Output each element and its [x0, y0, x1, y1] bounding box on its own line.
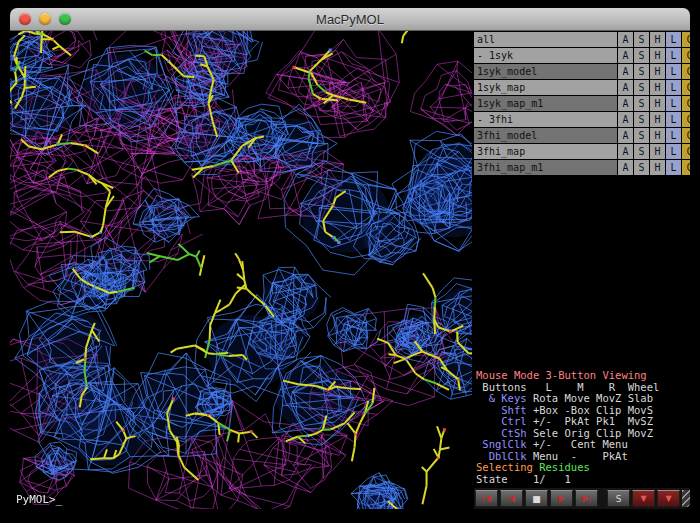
scene-button[interactable]: S: [607, 490, 630, 507]
object-button-c[interactable]: C: [682, 112, 690, 127]
object-button-a[interactable]: A: [618, 96, 633, 111]
object-name[interactable]: 3fhi_map_m1: [474, 160, 617, 175]
titlebar[interactable]: MacPyMOL: [10, 8, 690, 31]
object-name[interactable]: - 3fhi: [474, 112, 617, 127]
object-row: 1syk_map_m1ASHLC: [474, 96, 690, 111]
go-to-start-button[interactable]: |◀: [475, 490, 498, 507]
molecular-render[interactable]: [10, 31, 472, 509]
object-row: - 1sykASHLC: [474, 48, 690, 63]
object-list: allASHLC- 1sykASHLC1syk_modelASHLC1syk_m…: [474, 32, 690, 176]
object-button-l[interactable]: L: [666, 96, 681, 111]
resize-grip[interactable]: [682, 490, 690, 507]
object-row: - 3fhiASHLC: [474, 112, 690, 127]
close-button[interactable]: [19, 13, 31, 25]
mouse-panel-key: Mouse Mode: [476, 369, 539, 381]
step-back-button[interactable]: ◀: [500, 490, 523, 507]
object-button-h[interactable]: H: [650, 96, 665, 111]
mouse-panel-key: CtSh: [476, 427, 527, 439]
mouse-panel-key: Selecting: [476, 461, 533, 473]
object-button-a[interactable]: A: [618, 144, 633, 159]
mouse-panel-key: Buttons: [476, 381, 527, 393]
go-to-end-button[interactable]: ▶|: [575, 490, 598, 507]
sidebar-spacer: [474, 176, 690, 368]
object-button-s[interactable]: S: [634, 48, 649, 63]
object-row: 1syk_modelASHLC: [474, 64, 690, 79]
viewport-3d[interactable]: PyMOL>_: [10, 31, 472, 509]
object-button-c[interactable]: C: [682, 128, 690, 143]
object-name[interactable]: - 1syk: [474, 48, 617, 63]
mouse-panel-key: SnglClk: [476, 438, 527, 450]
object-button-l[interactable]: L: [666, 160, 681, 175]
object-button-h[interactable]: H: [650, 32, 665, 47]
object-button-s[interactable]: S: [634, 64, 649, 79]
object-button-l[interactable]: L: [666, 128, 681, 143]
object-button-h[interactable]: H: [650, 160, 665, 175]
zoom-button[interactable]: [59, 13, 71, 25]
object-button-h[interactable]: H: [650, 80, 665, 95]
mouse-panel-value: 1/ 1: [508, 473, 571, 485]
object-button-h[interactable]: H: [650, 128, 665, 143]
sidebar: allASHLC- 1sykASHLC1syk_modelASHLC1syk_m…: [472, 31, 690, 509]
object-button-a[interactable]: A: [618, 32, 633, 47]
next-scene-button[interactable]: ▼: [657, 490, 680, 507]
object-button-s[interactable]: S: [634, 32, 649, 47]
mouse-panel-value: +/- Cent Menu: [527, 438, 628, 450]
mouse-panel-key: Shft: [476, 404, 527, 416]
object-button-a[interactable]: A: [618, 48, 633, 63]
object-button-l[interactable]: L: [666, 32, 681, 47]
object-button-c[interactable]: C: [682, 48, 690, 63]
object-button-l[interactable]: L: [666, 144, 681, 159]
object-button-a[interactable]: A: [618, 112, 633, 127]
object-button-l[interactable]: L: [666, 48, 681, 63]
play-button[interactable]: ▶: [550, 490, 573, 507]
object-button-s[interactable]: S: [634, 112, 649, 127]
object-name[interactable]: 3fhi_model: [474, 128, 617, 143]
mouse-panel-key: & Keys: [476, 392, 527, 404]
object-button-l[interactable]: L: [666, 112, 681, 127]
object-button-c[interactable]: C: [682, 80, 690, 95]
object-button-l[interactable]: L: [666, 80, 681, 95]
mouse-panel-line: State 1/ 1: [476, 474, 690, 486]
stop-button[interactable]: ■: [525, 490, 548, 507]
command-prompt[interactable]: PyMOL>_: [16, 493, 62, 506]
object-button-a[interactable]: A: [618, 80, 633, 95]
object-button-c[interactable]: C: [682, 144, 690, 159]
object-button-c[interactable]: C: [682, 32, 690, 47]
object-name[interactable]: 3fhi_map: [474, 144, 617, 159]
macpymol-window: MacPyMOL PyMOL>_ allASHLC- 1sykASHLC1syk…: [10, 8, 690, 509]
object-button-c[interactable]: C: [682, 96, 690, 111]
object-name[interactable]: all: [474, 32, 617, 47]
object-button-h[interactable]: H: [650, 112, 665, 127]
object-button-h[interactable]: H: [650, 144, 665, 159]
object-button-c[interactable]: C: [682, 64, 690, 79]
object-name[interactable]: 1syk_map: [474, 80, 617, 95]
object-button-s[interactable]: S: [634, 144, 649, 159]
object-button-s[interactable]: S: [634, 96, 649, 111]
window-title: MacPyMOL: [316, 12, 384, 27]
desktop-background: MacPyMOL PyMOL>_ allASHLC- 1sykASHLC1syk…: [0, 0, 700, 523]
object-button-h[interactable]: H: [650, 48, 665, 63]
object-row: 3fhi_mapASHLC: [474, 144, 690, 159]
object-button-s[interactable]: S: [634, 80, 649, 95]
mouse-panel-key: DblClk: [476, 450, 527, 462]
prev-scene-button[interactable]: ▼: [632, 490, 655, 507]
vcr-controls: |◀◀■▶▶|S▼▼: [474, 488, 690, 509]
object-button-a[interactable]: A: [618, 64, 633, 79]
object-button-s[interactable]: S: [634, 128, 649, 143]
mouse-panel-value: Sele Orig Clip MovZ: [527, 427, 653, 439]
object-button-l[interactable]: L: [666, 64, 681, 79]
object-row: 1syk_mapASHLC: [474, 80, 690, 95]
object-button-c[interactable]: C: [682, 160, 690, 175]
object-name[interactable]: 1syk_map_m1: [474, 96, 617, 111]
mouse-mode-panel: Mouse Mode 3-Button Viewing Buttons L M …: [474, 368, 690, 488]
mouse-panel-value: Rota Move MovZ Slab: [527, 392, 653, 404]
object-button-a[interactable]: A: [618, 128, 633, 143]
object-button-a[interactable]: A: [618, 160, 633, 175]
object-button-h[interactable]: H: [650, 64, 665, 79]
traffic-lights: [19, 8, 71, 30]
object-button-s[interactable]: S: [634, 160, 649, 175]
object-row: 3fhi_modelASHLC: [474, 128, 690, 143]
object-name[interactable]: 1syk_model: [474, 64, 617, 79]
mouse-panel-value: +Box -Box Clip MovS: [527, 404, 653, 416]
minimize-button[interactable]: [39, 13, 51, 25]
